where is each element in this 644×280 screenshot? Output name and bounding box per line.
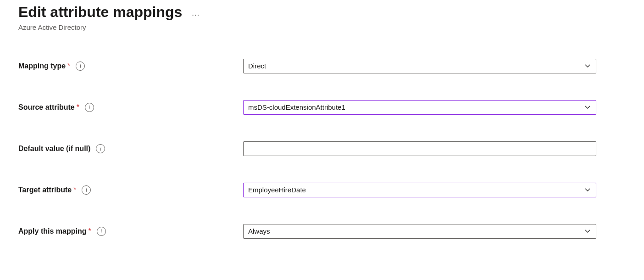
label-cell: Target attribute * i [18, 185, 243, 195]
target-attribute-select[interactable]: EmployeeHireDate [243, 183, 596, 197]
row-source-attribute: Source attribute * i msDS-cloudExtension… [18, 100, 596, 115]
info-icon[interactable]: i [82, 185, 91, 195]
info-icon[interactable]: i [97, 227, 106, 236]
info-icon[interactable]: i [96, 144, 105, 153]
required-mark: * [88, 227, 91, 235]
control-cell: Direct [243, 59, 596, 73]
row-default-value: Default value (if null) i [18, 141, 596, 156]
mapping-type-select[interactable]: Direct [243, 59, 596, 73]
control-cell: msDS-cloudExtensionAttribute1 [243, 100, 596, 115]
select-value: EmployeeHireDate [248, 183, 306, 197]
page-subtitle: Azure Active Directory [18, 23, 626, 31]
chevron-down-icon [584, 186, 591, 194]
label-cell: Mapping type * i [18, 62, 243, 71]
info-icon[interactable]: i [85, 103, 94, 112]
select-value: Direct [248, 59, 266, 73]
row-apply-mapping: Apply this mapping * i Always [18, 224, 596, 239]
more-actions-button[interactable]: … [191, 8, 200, 18]
required-mark: * [73, 186, 76, 194]
chevron-down-icon [584, 62, 591, 70]
page-title: Edit attribute mappings [18, 4, 182, 21]
label-mapping-type: Mapping type [18, 62, 66, 70]
chevron-down-icon [584, 228, 591, 235]
chevron-down-icon [584, 104, 591, 111]
control-cell: EmployeeHireDate [243, 183, 596, 197]
label-cell: Source attribute * i [18, 103, 243, 112]
required-mark: * [77, 103, 79, 112]
select-value: Always [248, 224, 270, 239]
page: Edit attribute mappings … Azure Active D… [0, 0, 644, 280]
row-target-attribute: Target attribute * i EmployeeHireDate [18, 183, 596, 197]
apply-mapping-select[interactable]: Always [243, 224, 596, 239]
page-header: Edit attribute mappings … [18, 4, 626, 21]
label-default-value: Default value (if null) [18, 145, 90, 153]
label-cell: Default value (if null) i [18, 144, 243, 153]
select-value: msDS-cloudExtensionAttribute1 [248, 100, 345, 115]
label-apply-mapping: Apply this mapping [18, 227, 86, 235]
default-value-input[interactable] [243, 141, 596, 156]
required-mark: * [67, 62, 70, 70]
label-target-attribute: Target attribute [18, 186, 72, 194]
label-cell: Apply this mapping * i [18, 227, 243, 236]
attribute-mapping-form: Mapping type * i Direct Source attribute… [18, 59, 596, 239]
control-cell: Always [243, 224, 596, 239]
info-icon[interactable]: i [76, 62, 85, 71]
label-source-attribute: Source attribute [18, 103, 75, 112]
source-attribute-select[interactable]: msDS-cloudExtensionAttribute1 [243, 100, 596, 115]
control-cell [243, 141, 596, 156]
row-mapping-type: Mapping type * i Direct [18, 59, 596, 73]
